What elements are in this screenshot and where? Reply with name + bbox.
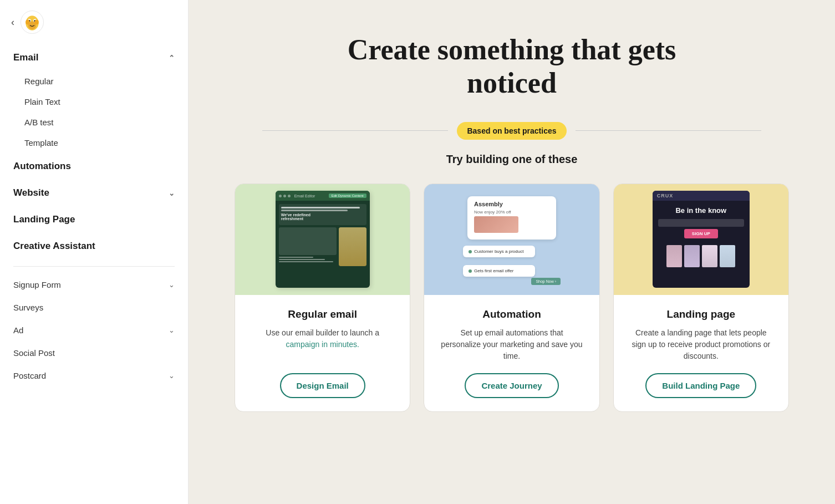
sidebar-landing-page-label: Landing Page: [13, 214, 75, 225]
sidebar-item-creative-assistant[interactable]: Creative Assistant: [0, 233, 188, 259]
sidebar-creative-assistant-label: Creative Assistant: [13, 241, 95, 252]
sidebar-email-label: Email: [13, 52, 38, 63]
sidebar-item-signup-form[interactable]: Signup Form ⌄: [0, 273, 188, 296]
chevron-down-icon-website: ⌄: [169, 189, 175, 197]
chevron-down-icon-signup: ⌄: [169, 281, 175, 289]
sidebar-item-postcard[interactable]: Postcard ⌄: [0, 364, 188, 387]
best-practices-badge: Based on best practices: [457, 122, 566, 140]
chevron-down-icon-ad: ⌄: [169, 326, 175, 334]
divider-line-left: [262, 130, 448, 131]
card-desc-landing-page: Create a landing page that lets people s…: [629, 327, 773, 362]
sidebar-item-ad[interactable]: Ad ⌄: [0, 319, 188, 342]
card-landing-page: CRUX Be in the know SIGN UP Landing page…: [613, 184, 789, 412]
sidebar-divider: [13, 266, 175, 267]
sidebar-item-social-post[interactable]: Social Post: [0, 342, 188, 364]
product-4: [720, 245, 735, 267]
cards-container: Email Editor Edit Dynamic Content We've …: [235, 184, 789, 412]
card-image-landing-page: CRUX Be in the know SIGN UP: [614, 184, 788, 295]
section-subtitle: Try building one of these: [446, 153, 578, 166]
product-3: [702, 245, 717, 267]
sidebar-sub-item-ab-test[interactable]: A/B test: [0, 112, 188, 133]
svg-point-7: [26, 20, 29, 25]
shop-now-button: Shop Now ›: [531, 278, 561, 285]
build-landing-page-button[interactable]: Build Landing Page: [645, 373, 756, 398]
card-title-automation: Automation: [482, 308, 541, 320]
card-desc-automation: Set up email automations that personaliz…: [440, 327, 583, 362]
design-email-button[interactable]: Design Email: [280, 373, 365, 398]
card-image-automation: Assembly Now enjoy 20% off Customer buys…: [424, 184, 599, 295]
main-content: Create something that gets noticed Based…: [189, 0, 835, 504]
card-title-regular-email: Regular email: [288, 308, 357, 320]
svg-point-8: [34, 20, 38, 25]
sidebar-website-label: Website: [13, 187, 49, 198]
sidebar-item-automations[interactable]: Automations: [0, 153, 188, 180]
campaign-link: campaign in minutes.: [286, 340, 359, 349]
product-1: [666, 245, 682, 267]
sidebar: ‹ Email ⌃ Regular Plain Text A/B test Te…: [0, 0, 189, 504]
card-image-regular-email: Email Editor Edit Dynamic Content We've …: [235, 184, 410, 295]
mailchimp-logo: [20, 10, 44, 34]
landing-signup-button: SIGN UP: [684, 229, 718, 238]
sidebar-sub-item-template[interactable]: Template: [0, 133, 188, 153]
card-title-landing-page: Landing page: [667, 308, 736, 320]
email-editor-mockup: Email Editor Edit Dynamic Content We've …: [276, 191, 370, 288]
sidebar-item-email[interactable]: Email ⌃: [0, 44, 188, 71]
divider-line-right: [576, 130, 761, 131]
back-arrow[interactable]: ‹: [11, 17, 14, 28]
card-regular-email: Email Editor Edit Dynamic Content We've …: [235, 184, 410, 412]
hero-title: Create something that gets noticed: [345, 33, 678, 100]
landing-page-mockup: CRUX Be in the know SIGN UP: [653, 191, 750, 288]
card-body-regular-email: Regular email Use our email builder to l…: [235, 295, 410, 411]
chevron-down-icon-postcard: ⌄: [169, 371, 175, 380]
card-body-automation: Automation Set up email automations that…: [424, 295, 599, 411]
sidebar-item-website[interactable]: Website ⌄: [0, 180, 188, 206]
sidebar-automations-label: Automations: [13, 161, 71, 172]
card-automation: Assembly Now enjoy 20% off Customer buys…: [424, 184, 599, 412]
sidebar-item-surveys[interactable]: Surveys: [0, 296, 188, 319]
mockup-bar: Email Editor Edit Dynamic Content: [276, 191, 370, 201]
sidebar-item-landing-page[interactable]: Landing Page: [0, 206, 188, 233]
sidebar-sub-item-regular[interactable]: Regular: [0, 71, 188, 91]
landing-products: [653, 241, 750, 272]
product-2: [684, 245, 700, 267]
sidebar-header: ‹: [0, 0, 188, 44]
chevron-up-icon: ⌃: [169, 54, 175, 62]
card-desc-regular-email: Use our email builder to launch a campai…: [251, 327, 394, 362]
landing-email-field: [658, 219, 744, 227]
card-body-landing-page: Landing page Create a landing page that …: [614, 295, 788, 411]
divider-badge-row: Based on best practices: [262, 122, 761, 140]
create-journey-button[interactable]: Create Journey: [465, 373, 558, 398]
automation-mockup: Assembly Now enjoy 20% off Customer buys…: [456, 191, 567, 288]
sidebar-sub-item-plain-text[interactable]: Plain Text: [0, 91, 188, 112]
